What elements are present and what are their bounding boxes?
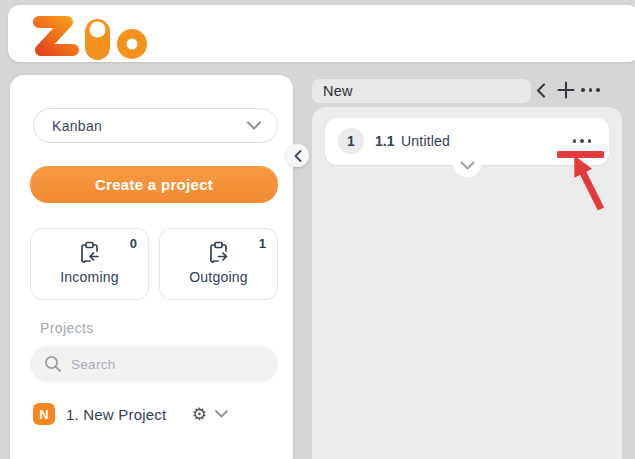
card-number-badge: 1 <box>338 128 364 154</box>
view-mode-value: Kanban <box>52 118 102 134</box>
card-code: 1.1 <box>375 133 394 149</box>
project-search[interactable] <box>30 346 278 382</box>
add-card-button[interactable] <box>557 81 575 99</box>
clipboard-arrow-in-icon <box>76 239 103 266</box>
create-project-button[interactable]: Create a project <box>30 166 278 203</box>
chevron-down-icon <box>460 161 475 171</box>
card-menu-button[interactable] <box>573 139 592 143</box>
outgoing-label: Outgoing <box>160 269 277 285</box>
incoming-label: Incoming <box>31 269 148 285</box>
search-icon <box>44 355 62 373</box>
column-menu-button[interactable] <box>581 88 600 92</box>
outgoing-box[interactable]: 1 Outgoing <box>159 228 278 300</box>
top-header-bar <box>8 5 635 62</box>
chevron-left-icon <box>294 150 302 162</box>
incoming-box[interactable]: 0 Incoming <box>30 228 149 300</box>
projects-heading: Projects <box>40 320 94 336</box>
incoming-count: 0 <box>130 236 137 251</box>
plus-icon <box>557 81 575 99</box>
project-name: 1. New Project <box>66 406 166 423</box>
zio-logo <box>30 11 180 63</box>
clipboard-arrow-out-icon <box>205 239 232 266</box>
project-chevron-down-icon[interactable] <box>215 410 228 418</box>
card-expand-button[interactable] <box>453 164 481 177</box>
gear-icon[interactable]: ⚙ <box>192 406 207 423</box>
card-title: Untitled <box>401 133 450 149</box>
app-window: Kanban Create a project 0 Incoming 1 <box>0 0 635 459</box>
sidebar-collapse-button[interactable] <box>286 144 309 167</box>
column-title: New <box>323 83 353 99</box>
column-title-field[interactable]: New <box>312 79 531 103</box>
view-mode-select[interactable]: Kanban <box>33 108 278 143</box>
search-input[interactable] <box>71 357 278 372</box>
counters-row: 0 Incoming 1 Outgoing <box>30 228 278 300</box>
chevron-down-icon <box>247 121 261 130</box>
chevron-left-icon <box>536 83 546 98</box>
annotation-arrow <box>560 154 612 216</box>
outgoing-count: 1 <box>259 236 266 251</box>
sidebar-panel: Kanban Create a project 0 Incoming 1 <box>10 75 293 459</box>
column-collapse-button[interactable] <box>536 83 546 98</box>
project-list-item[interactable]: N 1. New Project ⚙ <box>33 401 228 427</box>
project-initial-badge: N <box>33 403 55 425</box>
